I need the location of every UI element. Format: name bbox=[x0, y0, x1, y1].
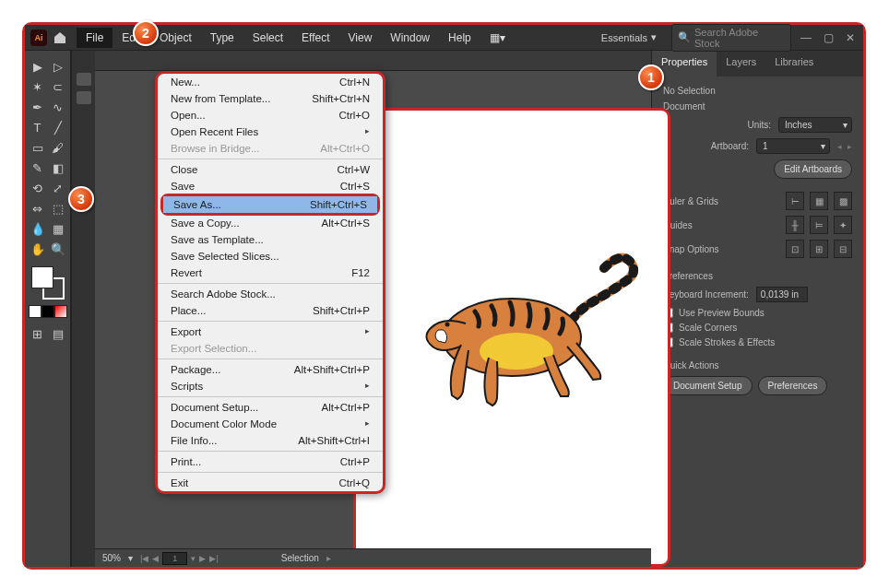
prefs-section-label: Preferences bbox=[663, 271, 852, 281]
brush-tool-icon[interactable]: 🖌 bbox=[48, 137, 68, 158]
free-transform-tool-icon[interactable]: ⬚ bbox=[48, 198, 68, 218]
status-bar: 50%▾ |◀◀ 1 ▾▶▶| Selection▸ bbox=[95, 548, 651, 567]
selection-tool-icon[interactable]: ▶ bbox=[28, 56, 48, 76]
callout-1: 1 bbox=[638, 65, 664, 90]
edit-mode-icon[interactable]: ▤ bbox=[48, 323, 68, 344]
lasso-tool-icon[interactable]: ⊂ bbox=[48, 76, 68, 97]
home-icon[interactable] bbox=[53, 30, 67, 45]
eyedropper-tool-icon[interactable]: 💧 bbox=[28, 218, 48, 239]
snap-pixel-icon[interactable]: ⊟ bbox=[834, 240, 852, 258]
menu-item-place[interactable]: Place...Shift+Ctrl+P bbox=[158, 302, 383, 319]
workspace-switcher[interactable]: Essentials▾ bbox=[594, 28, 664, 47]
doc-section-label: Document bbox=[663, 101, 852, 112]
guides-lock-icon[interactable]: ⊨ bbox=[810, 216, 828, 234]
hand-tool-icon[interactable]: ✋ bbox=[28, 239, 48, 259]
menu-item-exit[interactable]: ExitCtrl+Q bbox=[158, 475, 383, 491]
menu-item-save-as-template[interactable]: Save as Template... bbox=[158, 231, 383, 248]
menu-view[interactable]: View bbox=[339, 28, 382, 48]
artboard-nav[interactable]: |◀◀ 1 ▾▶▶| bbox=[140, 552, 219, 565]
menu-type[interactable]: Type bbox=[201, 28, 243, 48]
document-setup-button[interactable]: Document Setup bbox=[663, 376, 753, 395]
search-stock-input[interactable]: 🔍 Search Adobe Stock bbox=[671, 24, 791, 52]
snap-point-icon[interactable]: ⊡ bbox=[786, 240, 804, 258]
curvature-tool-icon[interactable]: ∿ bbox=[48, 97, 68, 117]
menu-item-save-selected-slices[interactable]: Save Selected Slices... bbox=[158, 248, 383, 265]
eraser-tool-icon[interactable]: ◧ bbox=[48, 158, 68, 178]
ruler-icon[interactable]: ⊢ bbox=[786, 192, 804, 210]
menu-item-package[interactable]: Package...Alt+Shift+Ctrl+P bbox=[158, 361, 383, 378]
direct-select-tool-icon[interactable]: ▷ bbox=[48, 56, 68, 76]
menu-item-scripts[interactable]: Scripts bbox=[158, 378, 383, 394]
callout-2: 2 bbox=[133, 20, 159, 46]
type-tool-icon[interactable]: T bbox=[28, 117, 48, 137]
transparency-grid-icon[interactable]: ▩ bbox=[834, 192, 852, 210]
menu-help[interactable]: Help bbox=[439, 28, 480, 48]
rotate-tool-icon[interactable]: ⟲ bbox=[28, 178, 48, 198]
screen-mode-icon[interactable]: ⊞ bbox=[28, 323, 48, 344]
artboard-select[interactable]: 1 bbox=[756, 138, 830, 154]
guides-show-icon[interactable]: ╫ bbox=[786, 216, 804, 234]
canvas: New...Ctrl+NNew from Template...Shift+Ct… bbox=[95, 51, 651, 567]
minimize-icon[interactable]: — bbox=[799, 31, 813, 44]
snap-grid-icon[interactable]: ⊞ bbox=[810, 240, 828, 258]
menu-item-save-as[interactable]: Save As...Shift+Ctrl+S bbox=[163, 196, 377, 213]
menu-item-new[interactable]: New...Ctrl+N bbox=[158, 74, 383, 90]
menu-item-print[interactable]: Print...Ctrl+P bbox=[158, 453, 383, 470]
collapsed-panels[interactable] bbox=[71, 51, 95, 567]
tiger-artwork bbox=[373, 245, 650, 429]
width-tool-icon[interactable]: ⇔ bbox=[28, 198, 48, 218]
callout-3: 3 bbox=[68, 186, 94, 212]
menu-effect[interactable]: Effect bbox=[292, 28, 338, 48]
menu-item-export-selection: Export Selection... bbox=[158, 340, 383, 357]
tab-libraries[interactable]: Libraries bbox=[765, 51, 823, 76]
line-tool-icon[interactable]: ╱ bbox=[48, 117, 68, 137]
menu-item-open-recent-files[interactable]: Open Recent Files bbox=[158, 123, 383, 140]
keyboard-increment-input[interactable] bbox=[756, 287, 808, 302]
menu-select[interactable]: Select bbox=[243, 28, 292, 48]
preferences-button[interactable]: Preferences bbox=[758, 376, 828, 395]
search-icon: 🔍 bbox=[678, 31, 691, 43]
quick-actions-label: Quick Actions bbox=[663, 360, 852, 370]
app-logo-icon: Ai bbox=[30, 29, 47, 46]
smart-guides-icon[interactable]: ✦ bbox=[834, 216, 852, 234]
fill-stroke-swatch[interactable] bbox=[31, 266, 65, 300]
document-tab-bar bbox=[95, 51, 651, 71]
menu-item-close[interactable]: CloseCtrl+W bbox=[158, 161, 383, 178]
gradient-tool-icon[interactable]: ▦ bbox=[48, 218, 68, 239]
menu-item-search-adobe-stock[interactable]: Search Adobe Stock... bbox=[158, 286, 383, 302]
artboard-nav-arrows[interactable]: ◂▸ bbox=[837, 142, 852, 151]
artboard[interactable] bbox=[356, 111, 668, 564]
menu-item-file-info[interactable]: File Info...Alt+Shift+Ctrl+I bbox=[158, 432, 383, 449]
menu-item-save[interactable]: SaveCtrl+S bbox=[158, 178, 383, 194]
menu-item-save-a-copy[interactable]: Save a Copy...Alt+Ctrl+S bbox=[158, 215, 383, 231]
menu-file[interactable]: File bbox=[77, 28, 113, 48]
menu-item-browse-in-bridge: Browse in Bridge...Alt+Ctrl+O bbox=[158, 140, 383, 157]
zoom-level[interactable]: 50% bbox=[102, 553, 121, 563]
shaper-tool-icon[interactable]: ✎ bbox=[28, 158, 48, 178]
edit-artboards-button[interactable]: Edit Artboards bbox=[774, 159, 852, 179]
menu-item-new-from-template[interactable]: New from Template...Shift+Ctrl+N bbox=[158, 90, 383, 107]
close-icon[interactable]: ✕ bbox=[843, 31, 858, 44]
arrange-docs-icon[interactable]: ▦▾ bbox=[480, 28, 515, 48]
pen-tool-icon[interactable]: ✒ bbox=[28, 97, 48, 117]
menu-window[interactable]: Window bbox=[381, 28, 439, 48]
units-select[interactable]: Inches bbox=[778, 117, 852, 133]
grid-icon[interactable]: ▦ bbox=[810, 192, 828, 210]
file-menu-dropdown: New...Ctrl+NNew from Template...Shift+Ct… bbox=[155, 71, 385, 494]
color-mode-icons[interactable] bbox=[29, 305, 67, 318]
svg-point-2 bbox=[445, 323, 450, 327]
menu-item-revert[interactable]: RevertF12 bbox=[158, 265, 383, 281]
maximize-icon[interactable]: ▢ bbox=[821, 31, 836, 44]
tab-layers[interactable]: Layers bbox=[717, 51, 765, 76]
menu-item-export[interactable]: Export bbox=[158, 323, 383, 340]
menu-item-document-setup[interactable]: Document Setup...Alt+Ctrl+P bbox=[158, 399, 383, 416]
rect-tool-icon[interactable]: ▭ bbox=[28, 137, 48, 158]
scale-tool-icon[interactable]: ⤢ bbox=[48, 178, 68, 198]
zoom-tool-icon[interactable]: 🔍 bbox=[48, 239, 68, 259]
toolbox: ▶▷ ✶⊂ ✒∿ T╱ ▭🖌 ✎◧ ⟲⤢ ⇔⬚ 💧▦ ✋🔍 ⊞▤ bbox=[25, 51, 71, 567]
selection-state: No Selection bbox=[663, 86, 852, 96]
status-mode: Selection bbox=[281, 553, 319, 563]
magic-wand-tool-icon[interactable]: ✶ bbox=[28, 76, 48, 97]
menu-item-open[interactable]: Open...Ctrl+O bbox=[158, 107, 383, 123]
menu-item-document-color-mode[interactable]: Document Color Mode bbox=[158, 416, 383, 432]
